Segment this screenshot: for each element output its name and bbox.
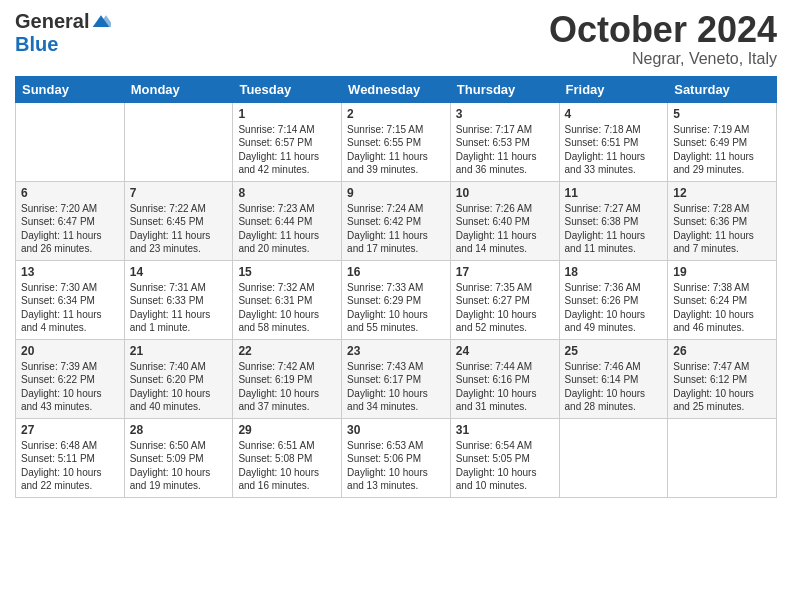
- sunrise-text: Sunrise: 7:19 AM: [673, 123, 771, 137]
- day-number: 4: [565, 107, 663, 121]
- sunrise-text: Sunrise: 6:51 AM: [238, 439, 336, 453]
- sunrise-text: Sunrise: 7:18 AM: [565, 123, 663, 137]
- day-number: 12: [673, 186, 771, 200]
- sunset-text: Sunset: 6:34 PM: [21, 294, 119, 308]
- day-number: 30: [347, 423, 445, 437]
- calendar-cell: 25Sunrise: 7:46 AMSunset: 6:14 PMDayligh…: [559, 339, 668, 418]
- calendar-cell: 8Sunrise: 7:23 AMSunset: 6:44 PMDaylight…: [233, 181, 342, 260]
- day-number: 5: [673, 107, 771, 121]
- sunrise-text: Sunrise: 7:47 AM: [673, 360, 771, 374]
- sunset-text: Sunset: 5:09 PM: [130, 452, 228, 466]
- sunset-text: Sunset: 6:45 PM: [130, 215, 228, 229]
- calendar-week-row: 13Sunrise: 7:30 AMSunset: 6:34 PMDayligh…: [16, 260, 777, 339]
- calendar-cell: [124, 102, 233, 181]
- calendar-cell: [668, 418, 777, 497]
- sunrise-text: Sunrise: 7:35 AM: [456, 281, 554, 295]
- daylight-text: Daylight: 11 hours and 36 minutes.: [456, 150, 554, 177]
- daylight-text: Daylight: 10 hours and 58 minutes.: [238, 308, 336, 335]
- weekday-header-thursday: Thursday: [450, 76, 559, 102]
- weekday-header-wednesday: Wednesday: [342, 76, 451, 102]
- sunset-text: Sunset: 5:11 PM: [21, 452, 119, 466]
- sunset-text: Sunset: 6:57 PM: [238, 136, 336, 150]
- daylight-text: Daylight: 10 hours and 34 minutes.: [347, 387, 445, 414]
- calendar-cell: 13Sunrise: 7:30 AMSunset: 6:34 PMDayligh…: [16, 260, 125, 339]
- day-info: Sunrise: 7:17 AMSunset: 6:53 PMDaylight:…: [456, 123, 554, 177]
- day-info: Sunrise: 6:50 AMSunset: 5:09 PMDaylight:…: [130, 439, 228, 493]
- calendar-cell: 6Sunrise: 7:20 AMSunset: 6:47 PMDaylight…: [16, 181, 125, 260]
- daylight-text: Daylight: 10 hours and 43 minutes.: [21, 387, 119, 414]
- sunrise-text: Sunrise: 7:31 AM: [130, 281, 228, 295]
- day-number: 15: [238, 265, 336, 279]
- weekday-header-tuesday: Tuesday: [233, 76, 342, 102]
- sunrise-text: Sunrise: 7:15 AM: [347, 123, 445, 137]
- sunset-text: Sunset: 6:14 PM: [565, 373, 663, 387]
- sunset-text: Sunset: 6:12 PM: [673, 373, 771, 387]
- sunrise-text: Sunrise: 7:20 AM: [21, 202, 119, 216]
- day-number: 31: [456, 423, 554, 437]
- day-info: Sunrise: 7:28 AMSunset: 6:36 PMDaylight:…: [673, 202, 771, 256]
- sunrise-text: Sunrise: 7:28 AM: [673, 202, 771, 216]
- day-number: 8: [238, 186, 336, 200]
- day-info: Sunrise: 6:48 AMSunset: 5:11 PMDaylight:…: [21, 439, 119, 493]
- day-number: 27: [21, 423, 119, 437]
- sunrise-text: Sunrise: 6:48 AM: [21, 439, 119, 453]
- day-info: Sunrise: 6:54 AMSunset: 5:05 PMDaylight:…: [456, 439, 554, 493]
- day-info: Sunrise: 7:20 AMSunset: 6:47 PMDaylight:…: [21, 202, 119, 256]
- daylight-text: Daylight: 10 hours and 49 minutes.: [565, 308, 663, 335]
- day-number: 21: [130, 344, 228, 358]
- day-info: Sunrise: 7:30 AMSunset: 6:34 PMDaylight:…: [21, 281, 119, 335]
- sunrise-text: Sunrise: 7:26 AM: [456, 202, 554, 216]
- calendar-cell: 5Sunrise: 7:19 AMSunset: 6:49 PMDaylight…: [668, 102, 777, 181]
- sunrise-text: Sunrise: 7:43 AM: [347, 360, 445, 374]
- daylight-text: Daylight: 11 hours and 33 minutes.: [565, 150, 663, 177]
- daylight-text: Daylight: 11 hours and 29 minutes.: [673, 150, 771, 177]
- day-info: Sunrise: 7:15 AMSunset: 6:55 PMDaylight:…: [347, 123, 445, 177]
- day-info: Sunrise: 7:42 AMSunset: 6:19 PMDaylight:…: [238, 360, 336, 414]
- sunset-text: Sunset: 6:19 PM: [238, 373, 336, 387]
- daylight-text: Daylight: 10 hours and 40 minutes.: [130, 387, 228, 414]
- day-info: Sunrise: 7:23 AMSunset: 6:44 PMDaylight:…: [238, 202, 336, 256]
- day-info: Sunrise: 6:53 AMSunset: 5:06 PMDaylight:…: [347, 439, 445, 493]
- sunset-text: Sunset: 6:20 PM: [130, 373, 228, 387]
- calendar-cell: 14Sunrise: 7:31 AMSunset: 6:33 PMDayligh…: [124, 260, 233, 339]
- calendar-cell: 12Sunrise: 7:28 AMSunset: 6:36 PMDayligh…: [668, 181, 777, 260]
- day-info: Sunrise: 7:26 AMSunset: 6:40 PMDaylight:…: [456, 202, 554, 256]
- day-number: 9: [347, 186, 445, 200]
- day-info: Sunrise: 6:51 AMSunset: 5:08 PMDaylight:…: [238, 439, 336, 493]
- daylight-text: Daylight: 10 hours and 28 minutes.: [565, 387, 663, 414]
- day-info: Sunrise: 7:47 AMSunset: 6:12 PMDaylight:…: [673, 360, 771, 414]
- calendar-cell: 1Sunrise: 7:14 AMSunset: 6:57 PMDaylight…: [233, 102, 342, 181]
- day-number: 11: [565, 186, 663, 200]
- sunrise-text: Sunrise: 7:24 AM: [347, 202, 445, 216]
- calendar-cell: 24Sunrise: 7:44 AMSunset: 6:16 PMDayligh…: [450, 339, 559, 418]
- sunset-text: Sunset: 6:36 PM: [673, 215, 771, 229]
- calendar-cell: 22Sunrise: 7:42 AMSunset: 6:19 PMDayligh…: [233, 339, 342, 418]
- weekday-header-sunday: Sunday: [16, 76, 125, 102]
- sunset-text: Sunset: 6:42 PM: [347, 215, 445, 229]
- daylight-text: Daylight: 10 hours and 13 minutes.: [347, 466, 445, 493]
- day-info: Sunrise: 7:43 AMSunset: 6:17 PMDaylight:…: [347, 360, 445, 414]
- daylight-text: Daylight: 11 hours and 20 minutes.: [238, 229, 336, 256]
- sunset-text: Sunset: 5:06 PM: [347, 452, 445, 466]
- calendar-cell: 16Sunrise: 7:33 AMSunset: 6:29 PMDayligh…: [342, 260, 451, 339]
- sunset-text: Sunset: 6:49 PM: [673, 136, 771, 150]
- calendar-cell: 11Sunrise: 7:27 AMSunset: 6:38 PMDayligh…: [559, 181, 668, 260]
- day-info: Sunrise: 7:32 AMSunset: 6:31 PMDaylight:…: [238, 281, 336, 335]
- sunset-text: Sunset: 6:22 PM: [21, 373, 119, 387]
- day-info: Sunrise: 7:24 AMSunset: 6:42 PMDaylight:…: [347, 202, 445, 256]
- logo-icon: [91, 12, 111, 32]
- daylight-text: Daylight: 10 hours and 55 minutes.: [347, 308, 445, 335]
- calendar-cell: 2Sunrise: 7:15 AMSunset: 6:55 PMDaylight…: [342, 102, 451, 181]
- sunrise-text: Sunrise: 6:54 AM: [456, 439, 554, 453]
- day-info: Sunrise: 7:39 AMSunset: 6:22 PMDaylight:…: [21, 360, 119, 414]
- sunset-text: Sunset: 6:40 PM: [456, 215, 554, 229]
- weekday-header-friday: Friday: [559, 76, 668, 102]
- day-number: 22: [238, 344, 336, 358]
- calendar-cell: 28Sunrise: 6:50 AMSunset: 5:09 PMDayligh…: [124, 418, 233, 497]
- sunrise-text: Sunrise: 7:14 AM: [238, 123, 336, 137]
- weekday-header-monday: Monday: [124, 76, 233, 102]
- day-info: Sunrise: 7:22 AMSunset: 6:45 PMDaylight:…: [130, 202, 228, 256]
- day-number: 6: [21, 186, 119, 200]
- day-number: 16: [347, 265, 445, 279]
- day-number: 13: [21, 265, 119, 279]
